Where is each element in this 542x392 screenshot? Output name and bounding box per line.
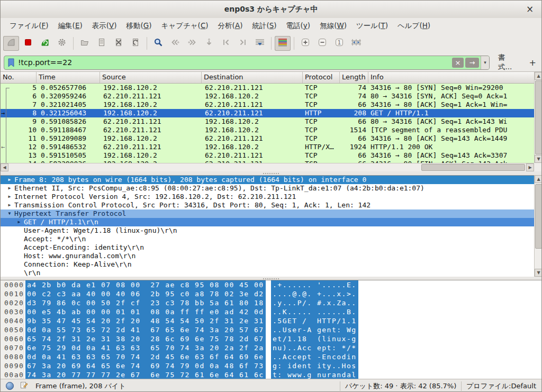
hex-row[interactable]: 009067 3a 20 69 64 65 6e 74 69 74 79 0d …: [1, 361, 542, 370]
packet-row[interactable]: 60.32095924662.210.211.121192.168.120.2T…: [1, 92, 534, 101]
packet-list-vscrollbar[interactable]: ▲ ▼: [534, 72, 542, 171]
hex-bytes[interactable]: 67 3a 20 69 64 65 6e 74 69 74 79 0d 0a 4…: [25, 361, 266, 370]
packet-row[interactable]: ←120.59148653262.210.211.121192.168.120.…: [1, 143, 534, 151]
menu-item-7[interactable]: 電話(y): [282, 19, 315, 33]
hex-row[interactable]: 0000a4 2b b0 da e1 07 08 00 27 ae c8 95 …: [1, 280, 542, 289]
packet-row[interactable]: →80.321256043192.168.120.262.210.211.121…: [1, 109, 534, 117]
capture-start-button[interactable]: [3, 36, 19, 51]
chevron-right-icon[interactable]: ▶: [5, 201, 14, 209]
expert-info-icon[interactable]: [6, 382, 14, 390]
chevron-right-icon[interactable]: ▶: [5, 184, 14, 193]
hex-bytes[interactable]: 9b 35 47 45 54 20 2f 20 48 54 54 50 2f 3…: [25, 316, 266, 325]
auto-scroll-button[interactable]: [252, 36, 268, 51]
go-first-button[interactable]: [218, 36, 234, 51]
hex-bytes[interactable]: a4 2b b0 da e1 07 08 00 27 ae c8 95 08 0…: [25, 280, 266, 289]
go-to-packet-button[interactable]: [201, 36, 217, 51]
hex-ascii[interactable]: ..K..... ......B.: [271, 307, 358, 316]
filter-add-button[interactable]: +: [523, 58, 541, 68]
hex-row[interactable]: 0020d3 79 86 0c 00 50 2f cf 23 c3 78 bb …: [1, 298, 542, 307]
file-open-button[interactable]: [77, 36, 93, 51]
file-reload-button[interactable]: [128, 36, 143, 51]
column-header-info[interactable]: Info: [368, 72, 534, 83]
hex-ascii[interactable]: nu)..Acc ept: */*: [271, 343, 358, 352]
zoom-original-button[interactable]: 1: [331, 36, 347, 51]
hex-bytes[interactable]: 00 e5 4b ab 00 00 01 01 08 0a ff ff e0 a…: [25, 307, 266, 316]
details-vscrollbar[interactable]: ▲ ▼: [534, 175, 542, 277]
colorize-button[interactable]: [275, 36, 291, 51]
column-header-source[interactable]: Source: [100, 72, 202, 83]
profile-status[interactable]: プロファイル:Default: [466, 381, 536, 391]
hex-ascii[interactable]: ....@.@. +...x.>.: [271, 289, 358, 298]
packet-row[interactable]: 50.052657706192.168.120.262.210.211.121T…: [1, 84, 534, 92]
hex-row[interactable]: 00800d 0a 41 63 63 65 70 74 2d 45 6e 63 …: [1, 352, 542, 361]
resize-columns-button[interactable]: [348, 36, 364, 51]
hex-ascii[interactable]: ..Accept -Encodin: [271, 352, 358, 361]
detail-row[interactable]: \r\n: [1, 269, 534, 277]
file-close-button[interactable]: [111, 36, 127, 51]
hex-bytes[interactable]: 0d 0a 55 73 65 72 2d 41 67 65 6e 74 3a 2…: [25, 325, 266, 334]
menu-item-3[interactable]: 移動(G): [122, 19, 157, 33]
column-header-no[interactable]: No.: [1, 72, 37, 83]
scroll-up-icon[interactable]: ▲: [535, 72, 542, 80]
menu-item-8[interactable]: 無線(W): [315, 19, 351, 33]
hex-row[interactable]: 00a074 3a 20 77 77 77 2e 67 6e 75 72 61 …: [1, 370, 542, 379]
hex-bytes[interactable]: 74 3a 20 77 77 77 2e 67 6e 75 72 61 6e 6…: [25, 370, 266, 379]
scroll-right-icon[interactable]: ▶: [526, 163, 534, 171]
menu-item-2[interactable]: 表示(V): [87, 19, 122, 33]
menu-item-4[interactable]: キャプチャ(C): [157, 19, 213, 33]
detail-row[interactable]: User-Agent: Wget/1.18 (linux-gnu)\r\n: [1, 226, 534, 235]
file-save-button[interactable]: [94, 36, 110, 51]
menu-item-1[interactable]: 編集(E): [53, 19, 87, 33]
detail-row[interactable]: Accept-Encoding: identity\r\n: [1, 243, 534, 252]
zoom-in-button[interactable]: [297, 36, 313, 51]
menu-item-10[interactable]: ヘルプ(H): [393, 19, 435, 33]
column-header-protocol[interactable]: Protocol: [303, 72, 340, 83]
hex-ascii[interactable]: et/1.18 (linux-g: [271, 334, 358, 343]
chevron-down-icon[interactable]: ▼: [5, 209, 14, 218]
filter-expression-button[interactable]: 書式...: [495, 51, 515, 74]
detail-row[interactable]: ▶Internet Protocol Version 4, Src: 192.1…: [1, 193, 534, 201]
packet-row[interactable]: 100.59118846762.210.211.121192.168.120.2…: [1, 126, 534, 134]
go-last-button[interactable]: [235, 36, 251, 51]
pane-splitter-top[interactable]: [1, 171, 541, 175]
go-back-button[interactable]: [167, 36, 183, 51]
packet-row[interactable]: 90.59108582662.210.211.121192.168.120.2T…: [1, 117, 534, 126]
hex-ascii[interactable]: .5GET / HTTP/1.1: [271, 316, 358, 325]
hex-row[interactable]: 006065 74 2f 31 2e 31 38 20 28 6c 69 6e …: [1, 334, 542, 343]
scroll-left-icon[interactable]: ◀: [1, 163, 8, 171]
hex-row[interactable]: 00500d 0a 55 73 65 72 2d 41 67 65 6e 74 …: [1, 325, 542, 334]
hex-bytes[interactable]: 65 74 2f 31 2e 31 38 20 28 6c 69 6e 75 7…: [25, 334, 266, 343]
hex-bytes[interactable]: 6e 75 29 0d 0a 41 63 63 65 70 74 3a 20 2…: [25, 343, 266, 352]
hex-ascii[interactable]: .+...... '.....E.: [271, 280, 358, 289]
hex-bytes[interactable]: d3 79 86 0c 00 50 2f cf 23 c3 78 bb 5a 6…: [25, 298, 266, 307]
menu-item-9[interactable]: ツール(T): [351, 19, 393, 33]
filter-bookmark-button[interactable]: [4, 56, 18, 69]
hex-bytes[interactable]: 0d 0a 41 63 63 65 70 74 2d 45 6e 63 6f 6…: [25, 352, 266, 361]
title-bar[interactable]: enp0s3 からキャプチャ中 ×: [1, 1, 541, 19]
capture-comment-icon[interactable]: [20, 381, 28, 391]
hex-ascii[interactable]: .y...P/. #.x.Za..: [271, 298, 358, 307]
scrollbar-thumb[interactable]: [535, 184, 542, 249]
scroll-down-icon[interactable]: ▼: [535, 155, 542, 163]
scroll-up-icon[interactable]: ▲: [535, 175, 542, 183]
hex-ascii[interactable]: t: www.g nurandal: [271, 370, 358, 379]
zoom-out-button[interactable]: [314, 36, 330, 51]
scrollbar-thumb[interactable]: [535, 80, 542, 154]
detail-row[interactable]: ▼Hypertext Transfer Protocol: [1, 209, 534, 218]
find-packet-button[interactable]: [150, 36, 166, 51]
detail-row[interactable]: ▶Transmission Control Protocol, Src Port…: [1, 201, 534, 209]
display-filter-input[interactable]: [18, 56, 452, 69]
column-header-time[interactable]: Time: [37, 72, 100, 83]
go-forward-button[interactable]: [184, 36, 200, 51]
filter-history-dropdown[interactable]: ▾: [481, 56, 489, 69]
chevron-right-icon[interactable]: ▶: [14, 218, 24, 226]
capture-options-button[interactable]: [54, 36, 70, 51]
capture-stop-button[interactable]: [20, 36, 36, 51]
menu-item-5[interactable]: 分析(A): [213, 19, 248, 33]
scrollbar-thumb[interactable]: [421, 164, 525, 171]
menu-item-6[interactable]: 統計(S): [247, 19, 281, 33]
detail-row[interactable]: Accept: */*\r\n: [1, 235, 534, 243]
chevron-right-icon[interactable]: ▶: [5, 176, 14, 184]
detail-row[interactable]: Connection: Keep-Alive\r\n: [1, 260, 534, 269]
chevron-right-icon[interactable]: ▶: [5, 193, 14, 201]
